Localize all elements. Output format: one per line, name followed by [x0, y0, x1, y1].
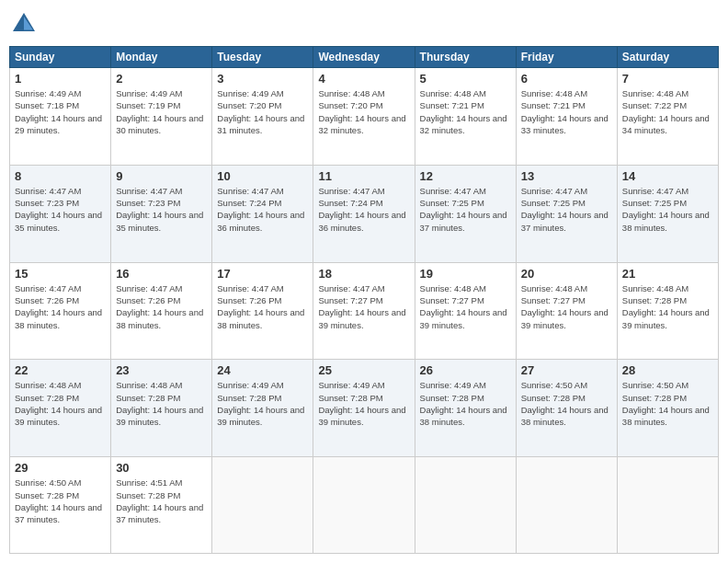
- day-number: 7: [622, 72, 713, 86]
- day-number: 28: [622, 363, 713, 377]
- col-friday: Friday: [516, 47, 617, 68]
- day-info: Sunrise: 4:47 AMSunset: 7:25 PMDaylight:…: [420, 186, 507, 233]
- day-info: Sunrise: 4:47 AMSunset: 7:23 PMDaylight:…: [15, 186, 102, 233]
- calendar-cell: 17 Sunrise: 4:47 AMSunset: 7:26 PMDaylig…: [212, 262, 313, 360]
- day-number: 21: [622, 267, 713, 281]
- calendar-cell: 8 Sunrise: 4:47 AMSunset: 7:23 PMDayligh…: [10, 165, 111, 262]
- day-info: Sunrise: 4:49 AMSunset: 7:20 PMDaylight:…: [217, 88, 304, 135]
- calendar-cell: 27 Sunrise: 4:50 AMSunset: 7:28 PMDaylig…: [516, 360, 617, 457]
- calendar: Sunday Monday Tuesday Wednesday Thursday…: [9, 46, 719, 554]
- day-number: 2: [116, 72, 207, 86]
- day-info: Sunrise: 4:47 AMSunset: 7:25 PMDaylight:…: [521, 186, 609, 233]
- day-info: Sunrise: 4:49 AMSunset: 7:28 PMDaylight:…: [318, 380, 405, 427]
- calendar-cell: 28 Sunrise: 4:50 AMSunset: 7:28 PMDaylig…: [617, 360, 718, 457]
- calendar-cell: [313, 457, 415, 554]
- day-number: 11: [318, 169, 409, 183]
- day-info: Sunrise: 4:48 AMSunset: 7:21 PMDaylight:…: [420, 88, 507, 135]
- logo: [9, 9, 42, 39]
- day-number: 22: [15, 363, 106, 377]
- calendar-cell: 16 Sunrise: 4:47 AMSunset: 7:26 PMDaylig…: [111, 262, 212, 360]
- col-sunday: Sunday: [10, 47, 111, 68]
- day-number: 16: [116, 267, 207, 281]
- calendar-cell: 26 Sunrise: 4:49 AMSunset: 7:28 PMDaylig…: [415, 360, 516, 457]
- calendar-cell: 20 Sunrise: 4:48 AMSunset: 7:27 PMDaylig…: [516, 262, 617, 360]
- day-number: 4: [318, 72, 409, 86]
- calendar-cell: 15 Sunrise: 4:47 AMSunset: 7:26 PMDaylig…: [10, 262, 111, 360]
- day-number: 24: [217, 363, 308, 377]
- calendar-cell: 18 Sunrise: 4:47 AMSunset: 7:27 PMDaylig…: [313, 262, 415, 360]
- day-number: 26: [420, 363, 511, 377]
- day-number: 13: [521, 169, 612, 183]
- day-number: 20: [521, 267, 612, 281]
- calendar-cell: 5 Sunrise: 4:48 AMSunset: 7:21 PMDayligh…: [415, 68, 516, 166]
- day-info: Sunrise: 4:51 AMSunset: 7:28 PMDaylight:…: [116, 477, 203, 524]
- calendar-cell: 2 Sunrise: 4:49 AMSunset: 7:19 PMDayligh…: [111, 68, 212, 166]
- calendar-cell: 21 Sunrise: 4:48 AMSunset: 7:28 PMDaylig…: [617, 262, 718, 360]
- calendar-cell: 24 Sunrise: 4:49 AMSunset: 7:28 PMDaylig…: [212, 360, 313, 457]
- calendar-cell: 1 Sunrise: 4:49 AMSunset: 7:18 PMDayligh…: [10, 68, 111, 166]
- calendar-cell: 4 Sunrise: 4:48 AMSunset: 7:20 PMDayligh…: [313, 68, 415, 166]
- day-number: 6: [521, 72, 612, 86]
- calendar-cell: [617, 457, 718, 554]
- day-info: Sunrise: 4:50 AMSunset: 7:28 PMDaylight:…: [15, 477, 102, 524]
- calendar-cell: 22 Sunrise: 4:48 AMSunset: 7:28 PMDaylig…: [10, 360, 111, 457]
- calendar-cell: 29 Sunrise: 4:50 AMSunset: 7:28 PMDaylig…: [10, 457, 111, 554]
- day-info: Sunrise: 4:47 AMSunset: 7:26 PMDaylight:…: [116, 283, 203, 330]
- day-info: Sunrise: 4:47 AMSunset: 7:26 PMDaylight:…: [217, 283, 304, 330]
- day-number: 15: [15, 267, 106, 281]
- day-info: Sunrise: 4:47 AMSunset: 7:25 PMDaylight:…: [622, 186, 710, 233]
- day-number: 10: [217, 169, 308, 183]
- col-tuesday: Tuesday: [212, 47, 313, 68]
- day-info: Sunrise: 4:48 AMSunset: 7:28 PMDaylight:…: [15, 380, 102, 427]
- day-info: Sunrise: 4:48 AMSunset: 7:28 PMDaylight:…: [116, 380, 203, 427]
- day-info: Sunrise: 4:49 AMSunset: 7:28 PMDaylight:…: [217, 380, 304, 427]
- calendar-cell: 12 Sunrise: 4:47 AMSunset: 7:25 PMDaylig…: [415, 165, 516, 262]
- calendar-cell: 9 Sunrise: 4:47 AMSunset: 7:23 PMDayligh…: [111, 165, 212, 262]
- day-info: Sunrise: 4:47 AMSunset: 7:24 PMDaylight:…: [217, 186, 304, 233]
- day-info: Sunrise: 4:47 AMSunset: 7:24 PMDaylight:…: [318, 186, 405, 233]
- calendar-cell: [415, 457, 516, 554]
- day-info: Sunrise: 4:48 AMSunset: 7:22 PMDaylight:…: [622, 88, 710, 135]
- day-info: Sunrise: 4:48 AMSunset: 7:21 PMDaylight:…: [521, 88, 609, 135]
- day-number: 17: [217, 267, 308, 281]
- day-number: 27: [521, 363, 612, 377]
- day-info: Sunrise: 4:49 AMSunset: 7:19 PMDaylight:…: [116, 88, 203, 135]
- day-number: 29: [15, 461, 106, 475]
- day-number: 18: [318, 267, 409, 281]
- day-info: Sunrise: 4:48 AMSunset: 7:28 PMDaylight:…: [622, 283, 710, 330]
- calendar-cell: 7 Sunrise: 4:48 AMSunset: 7:22 PMDayligh…: [617, 68, 718, 166]
- calendar-cell: 3 Sunrise: 4:49 AMSunset: 7:20 PMDayligh…: [212, 68, 313, 166]
- col-monday: Monday: [111, 47, 212, 68]
- calendar-cell: [516, 457, 617, 554]
- day-info: Sunrise: 4:47 AMSunset: 7:26 PMDaylight:…: [15, 283, 102, 330]
- day-number: 1: [15, 72, 106, 86]
- calendar-cell: 6 Sunrise: 4:48 AMSunset: 7:21 PMDayligh…: [516, 68, 617, 166]
- day-number: 25: [318, 363, 409, 377]
- day-number: 30: [116, 461, 207, 475]
- day-number: 23: [116, 363, 207, 377]
- col-saturday: Saturday: [617, 47, 718, 68]
- logo-icon: [9, 9, 39, 39]
- day-number: 8: [15, 169, 106, 183]
- day-info: Sunrise: 4:48 AMSunset: 7:27 PMDaylight:…: [521, 283, 609, 330]
- calendar-cell: 14 Sunrise: 4:47 AMSunset: 7:25 PMDaylig…: [617, 165, 718, 262]
- col-thursday: Thursday: [415, 47, 516, 68]
- day-info: Sunrise: 4:47 AMSunset: 7:23 PMDaylight:…: [116, 186, 203, 233]
- calendar-cell: 13 Sunrise: 4:47 AMSunset: 7:25 PMDaylig…: [516, 165, 617, 262]
- day-number: 19: [420, 267, 511, 281]
- day-info: Sunrise: 4:47 AMSunset: 7:27 PMDaylight:…: [318, 283, 405, 330]
- day-number: 9: [116, 169, 207, 183]
- calendar-cell: [212, 457, 313, 554]
- calendar-cell: 25 Sunrise: 4:49 AMSunset: 7:28 PMDaylig…: [313, 360, 415, 457]
- calendar-cell: 19 Sunrise: 4:48 AMSunset: 7:27 PMDaylig…: [415, 262, 516, 360]
- day-info: Sunrise: 4:50 AMSunset: 7:28 PMDaylight:…: [622, 380, 710, 427]
- day-number: 5: [420, 72, 511, 86]
- col-wednesday: Wednesday: [313, 47, 415, 68]
- day-info: Sunrise: 4:50 AMSunset: 7:28 PMDaylight:…: [521, 380, 609, 427]
- calendar-cell: 23 Sunrise: 4:48 AMSunset: 7:28 PMDaylig…: [111, 360, 212, 457]
- calendar-cell: 10 Sunrise: 4:47 AMSunset: 7:24 PMDaylig…: [212, 165, 313, 262]
- calendar-cell: 30 Sunrise: 4:51 AMSunset: 7:28 PMDaylig…: [111, 457, 212, 554]
- calendar-cell: 11 Sunrise: 4:47 AMSunset: 7:24 PMDaylig…: [313, 165, 415, 262]
- day-number: 14: [622, 169, 713, 183]
- day-info: Sunrise: 4:49 AMSunset: 7:28 PMDaylight:…: [420, 380, 507, 427]
